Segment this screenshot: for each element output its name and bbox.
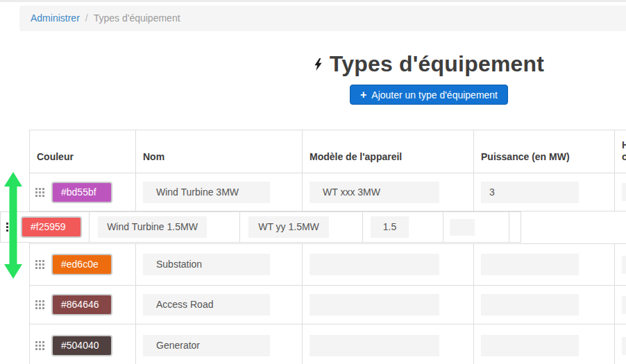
name-field[interactable]: Wind Turbine 1.5MW: [98, 216, 207, 238]
column-header-modele: Modèle de l'appareil: [303, 130, 474, 173]
height-field[interactable]: [622, 256, 626, 274]
table-row: #bd55bf Wind Turbine 3MW WT xxx 3MW 3: [30, 173, 626, 211]
table-row: #864646 Access Road: [30, 286, 626, 324]
color-swatch[interactable]: #bd55bf: [51, 182, 112, 203]
name-field[interactable]: Generator: [143, 335, 270, 356]
height-field[interactable]: [622, 183, 626, 201]
equipment-types-table: Couleur Nom Modèle de l'appareil Puissan…: [29, 130, 626, 364]
model-field[interactable]: WT xxx 3MW: [310, 182, 439, 203]
color-swatch[interactable]: #ed6c0e: [51, 254, 112, 275]
plus-icon: +: [360, 89, 366, 101]
column-header-nom: Nom: [136, 130, 303, 173]
breadcrumb-separator: /: [85, 12, 88, 24]
drag-handle-icon[interactable]: [35, 188, 44, 197]
name-field[interactable]: Substation: [143, 254, 270, 275]
add-equipment-type-label: Ajouter un type d'équipement: [371, 89, 498, 101]
power-field[interactable]: [481, 254, 579, 275]
add-equipment-type-button[interactable]: + Ajouter un type d'équipement: [350, 85, 508, 105]
height-field[interactable]: [450, 219, 475, 236]
drag-handle-icon[interactable]: [35, 341, 44, 350]
column-header-puissance: Puissance (en MW): [474, 130, 615, 173]
name-field[interactable]: Wind Turbine 3MW: [143, 182, 270, 203]
drag-handle-icon[interactable]: [35, 260, 44, 269]
column-header-couleur: Couleur: [30, 130, 136, 173]
drag-handle-icon[interactable]: [35, 300, 44, 309]
dragged-row[interactable]: #f25959 Wind Turbine 1.5MW WT yy 1.5MW 1…: [0, 211, 521, 243]
breadcrumb-link-administrer[interactable]: Administrer: [31, 12, 80, 24]
model-field[interactable]: [310, 335, 439, 356]
table-header-row: Couleur Nom Modèle de l'appareil Puissan…: [30, 130, 626, 173]
table-row: #ed6c0e Substation: [30, 244, 626, 286]
color-swatch[interactable]: #864646: [51, 294, 112, 315]
power-field[interactable]: 1.5: [371, 216, 409, 238]
name-field[interactable]: Access Road: [143, 294, 270, 315]
model-field[interactable]: [310, 254, 439, 275]
lightning-bolt-icon: [314, 58, 323, 71]
model-field[interactable]: [310, 294, 439, 315]
power-field[interactable]: [481, 294, 579, 315]
breadcrumb: Administrer/Types d'équipement: [19, 6, 626, 31]
drag-direction-arrow-icon: [3, 172, 23, 279]
top-divider: [0, 0, 626, 2]
model-field[interactable]: WT yy 1.5MW: [248, 216, 329, 238]
height-field[interactable]: [622, 337, 626, 355]
color-swatch[interactable]: #f25959: [21, 216, 82, 238]
breadcrumb-current: Types d'équipement: [94, 12, 180, 24]
page-title: Types d'équipement: [330, 51, 544, 77]
column-header-hauteur: Haop: [615, 130, 626, 173]
height-field[interactable]: [622, 296, 626, 314]
page-header: Types d'équipement + Ajouter un type d'é…: [19, 51, 626, 105]
power-field[interactable]: [481, 335, 579, 356]
color-swatch[interactable]: #504040: [51, 335, 112, 356]
table-row: #504040 Generator: [30, 324, 626, 364]
power-field[interactable]: 3: [481, 182, 579, 203]
